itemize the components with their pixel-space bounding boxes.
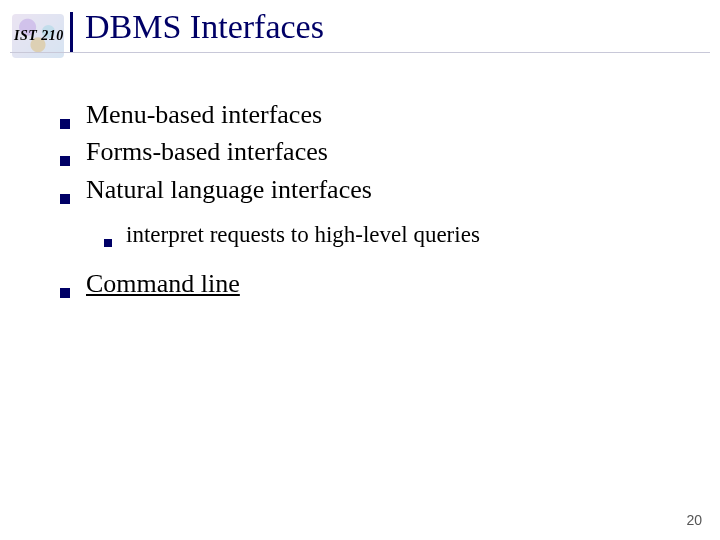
bullet-icon xyxy=(60,194,70,204)
bullet-icon xyxy=(60,288,70,298)
header-underline xyxy=(10,52,710,53)
content-area: Menu-based interfaces Forms-based interf… xyxy=(60,98,480,305)
list-item: interpret requests to high-level queries xyxy=(104,220,480,249)
list-item: Command line xyxy=(60,267,480,300)
bullet-label: Forms-based interfaces xyxy=(86,135,328,168)
bullet-label: Menu-based interfaces xyxy=(86,98,322,131)
bullet-label: Natural language interfaces xyxy=(86,173,372,206)
course-code: IST 210 xyxy=(14,28,64,44)
bullet-icon xyxy=(60,119,70,129)
list-item: Forms-based interfaces xyxy=(60,135,480,168)
list-item: Natural language interfaces xyxy=(60,173,480,206)
list-item: Menu-based interfaces xyxy=(60,98,480,131)
bullet-icon xyxy=(104,239,112,247)
page-number: 20 xyxy=(686,512,702,528)
page-title: DBMS Interfaces xyxy=(85,8,324,46)
sub-list: interpret requests to high-level queries xyxy=(104,220,480,249)
header-divider xyxy=(70,12,73,52)
slide-header: IST 210 DBMS Interfaces xyxy=(0,0,720,68)
bullet-label: interpret requests to high-level queries xyxy=(126,220,480,249)
bullet-label: Command line xyxy=(86,267,240,300)
bullet-icon xyxy=(60,156,70,166)
